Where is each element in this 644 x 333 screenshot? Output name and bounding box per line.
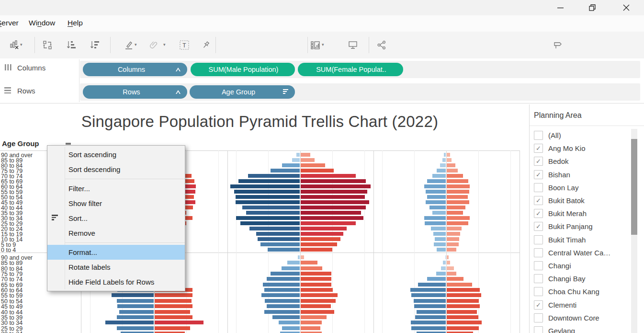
pyramid-bar-male[interactable] bbox=[267, 304, 300, 308]
checkbox-checked[interactable]: ✓ bbox=[534, 196, 543, 205]
pyramid-bar-female[interactable] bbox=[155, 310, 190, 314]
checkbox-checked[interactable]: ✓ bbox=[534, 157, 543, 166]
checkbox-checked[interactable]: ✓ bbox=[534, 300, 543, 310]
pyramid-bar-female[interactable] bbox=[155, 321, 203, 324]
pyramid-bar-female[interactable] bbox=[301, 174, 356, 178]
filter-item-downtown-core[interactable]: Downtown Core bbox=[534, 311, 630, 324]
filter-item-choa-chu-kang[interactable]: Choa Chu Kang bbox=[534, 285, 630, 298]
menu-item-format-[interactable]: Format... bbox=[47, 245, 185, 260]
pyramid-bar-female[interactable] bbox=[155, 304, 192, 308]
pyramid-bar-male[interactable] bbox=[236, 216, 300, 220]
pill-columns[interactable]: Columns bbox=[83, 63, 187, 76]
checkbox-unchecked[interactable] bbox=[534, 274, 543, 283]
pyramid-bar-female[interactable] bbox=[301, 266, 322, 270]
filter-item-bukit-timah[interactable]: Bukit Timah bbox=[534, 233, 630, 246]
pyramid-bar-male[interactable] bbox=[264, 288, 300, 292]
filter-item-central-water-ca-[interactable]: Central Water Ca… bbox=[534, 246, 630, 259]
pyramid-bar-male[interactable] bbox=[415, 315, 446, 319]
pyramid-bar-male[interactable] bbox=[292, 158, 300, 162]
window-minimize-button[interactable] bbox=[549, 0, 571, 15]
pyramid-bar-male[interactable] bbox=[424, 216, 446, 220]
pyramid-bar-female[interactable] bbox=[301, 277, 331, 281]
pyramid-bar-female[interactable] bbox=[301, 299, 336, 303]
menu-help[interactable]: Help bbox=[68, 19, 83, 27]
pyramid-bar-female[interactable] bbox=[447, 255, 449, 259]
pyramid-bar-female[interactable] bbox=[301, 283, 331, 287]
pyramid-bar-female[interactable] bbox=[301, 153, 310, 157]
pyramid-bar-female[interactable] bbox=[447, 158, 452, 162]
pyramid-bar-male[interactable] bbox=[445, 255, 446, 259]
pyramid-bar-male[interactable] bbox=[414, 299, 446, 303]
pyramid-bar-female[interactable] bbox=[301, 195, 365, 199]
pill-sum-male-population-[interactable]: SUM(Male Population) bbox=[191, 63, 295, 76]
pyramid-bar-female[interactable] bbox=[301, 184, 371, 188]
pyramid-bar-female[interactable] bbox=[447, 169, 458, 172]
pyramid-bar-female[interactable] bbox=[447, 200, 469, 204]
pyramid-bar-female[interactable] bbox=[447, 321, 482, 324]
pyramid-bar-female[interactable] bbox=[447, 315, 478, 319]
pyramid-bar-female[interactable] bbox=[447, 242, 459, 246]
pyramid-bar-male[interactable] bbox=[265, 299, 300, 303]
pyramid-bar-male[interactable] bbox=[431, 227, 446, 230]
menu-item-filter-[interactable]: Filter... bbox=[47, 181, 185, 196]
checkbox-checked[interactable]: ✓ bbox=[534, 209, 543, 218]
pyramid-bar-male[interactable] bbox=[425, 221, 446, 225]
checkbox-unchecked[interactable] bbox=[534, 131, 543, 140]
pyramid-bar-female[interactable] bbox=[447, 261, 450, 264]
pyramid-bar-male[interactable] bbox=[426, 200, 446, 204]
pyramid-bar-female[interactable] bbox=[447, 216, 470, 220]
pyramid-bar-female[interactable] bbox=[447, 272, 456, 276]
pyramid-bar-male[interactable] bbox=[117, 299, 154, 303]
pyramid-bar-female[interactable] bbox=[447, 266, 454, 270]
pyramid-bar-male[interactable] bbox=[260, 242, 300, 246]
pyramid-bar-male[interactable] bbox=[236, 200, 300, 204]
pyramid-bar-female[interactable] bbox=[301, 310, 334, 314]
pyramid-bar-male[interactable] bbox=[271, 272, 300, 276]
pyramid-bar-female[interactable] bbox=[301, 211, 361, 215]
pyramid-bar-male[interactable] bbox=[249, 227, 300, 230]
checkbox-unchecked[interactable] bbox=[534, 183, 543, 192]
pyramid-bar-male[interactable] bbox=[432, 211, 446, 215]
filter-item-changi[interactable]: Changi bbox=[534, 259, 630, 272]
pyramid-bar-female[interactable] bbox=[447, 184, 470, 188]
pyramid-bar-male[interactable] bbox=[427, 277, 446, 281]
pyramid-bar-male[interactable] bbox=[246, 211, 300, 215]
menu-item-sort-[interactable]: Sort... bbox=[47, 211, 185, 226]
menu-item-remove[interactable]: Remove bbox=[47, 226, 185, 241]
pyramid-bar-female[interactable] bbox=[301, 272, 331, 276]
menu-server[interactable]: Server bbox=[0, 19, 19, 27]
pyramid-bar-male[interactable] bbox=[242, 206, 300, 209]
pyramid-bar-male[interactable] bbox=[417, 310, 446, 314]
pyramid-bar-female[interactable] bbox=[301, 163, 325, 167]
pyramid-bar-male[interactable] bbox=[119, 310, 154, 314]
pyramid-bar-female[interactable] bbox=[447, 153, 450, 157]
checkbox-checked[interactable]: ✓ bbox=[534, 144, 543, 153]
pyramid-bar-female[interactable] bbox=[155, 326, 190, 330]
pyramid-bar-male[interactable] bbox=[117, 315, 154, 319]
sort-descending-button[interactable] bbox=[89, 39, 101, 51]
pyramid-bar-female[interactable] bbox=[301, 293, 338, 297]
pyramid-bar-male[interactable] bbox=[432, 174, 446, 178]
scrollbar-thumb[interactable] bbox=[631, 139, 637, 235]
filter-item-bukit-merah[interactable]: ✓Bukit Merah bbox=[534, 207, 630, 220]
pyramid-bar-male[interactable] bbox=[112, 293, 154, 297]
pyramid-bar-male[interactable] bbox=[271, 169, 300, 172]
group-members-button[interactable] bbox=[147, 39, 160, 51]
swap-rows-columns-button[interactable] bbox=[41, 39, 54, 51]
pyramid-bar-female[interactable] bbox=[155, 315, 192, 319]
filter-item-bukit-batok[interactable]: ✓Bukit Batok bbox=[534, 194, 630, 207]
pyramid-bar-male[interactable] bbox=[264, 310, 300, 314]
share-button[interactable] bbox=[375, 39, 388, 51]
columns-shelf[interactable]: ColumnsSUM(Male Population)SUM(Female Po… bbox=[80, 61, 640, 78]
pyramid-bar-male[interactable] bbox=[418, 283, 446, 287]
format-workbook-button[interactable] bbox=[552, 39, 564, 51]
pyramid-bar-male[interactable] bbox=[429, 206, 446, 209]
pyramid-bar-female[interactable] bbox=[447, 211, 463, 215]
pill-age-group[interactable]: Age Group bbox=[190, 85, 295, 99]
pyramid-bar-male[interactable] bbox=[427, 195, 446, 199]
chevron-down-icon[interactable]: ▾ bbox=[163, 42, 166, 47]
pyramid-bar-male[interactable] bbox=[443, 261, 446, 264]
row-field-label[interactable]: Age Group bbox=[2, 139, 39, 148]
filter-item-changi-bay[interactable]: Changi Bay bbox=[534, 272, 630, 285]
filter-item-bishan[interactable]: ✓Bishan bbox=[534, 168, 630, 181]
